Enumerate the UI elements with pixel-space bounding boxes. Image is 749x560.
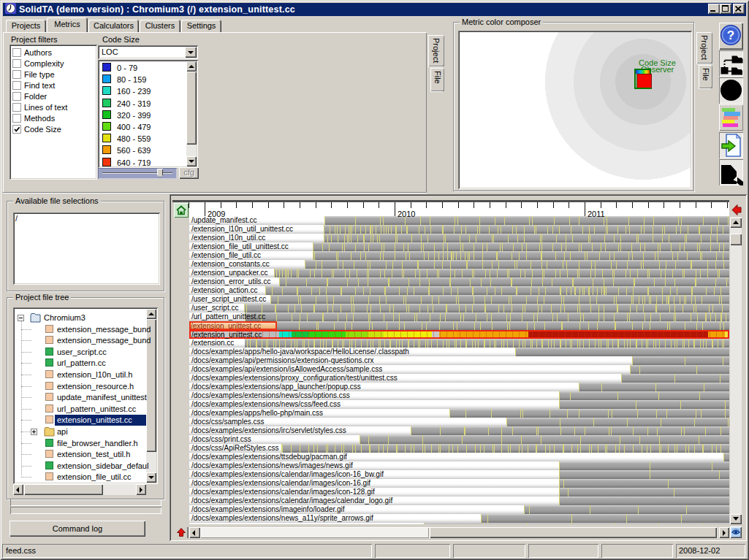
svg-text:?: ? [727,28,734,42]
